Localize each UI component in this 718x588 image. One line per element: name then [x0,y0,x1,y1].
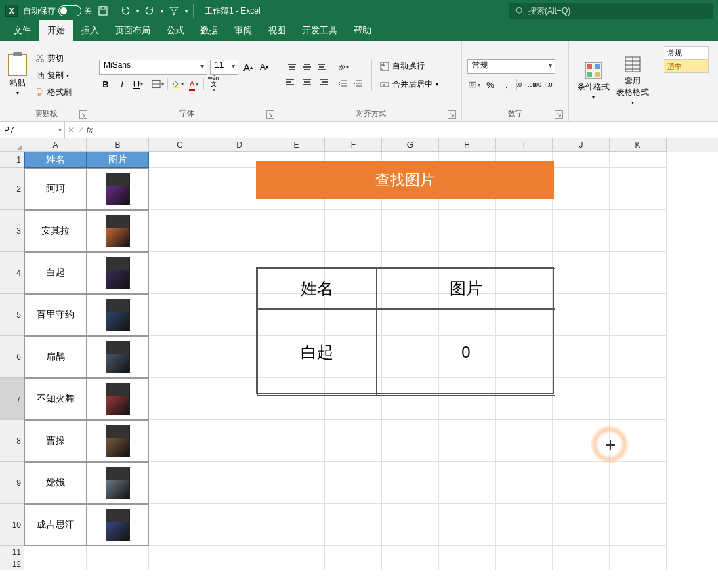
name-box[interactable]: P7 [0,122,65,138]
data-pic-4[interactable] [87,336,149,378]
cell-F11[interactable] [325,546,382,558]
cell-H3[interactable] [439,210,496,252]
font-color-button[interactable]: A [187,77,200,91]
format-painter-button[interactable]: 格式刷 [34,85,73,100]
cell-H12[interactable] [439,558,496,570]
align-top-button[interactable] [286,61,298,73]
cell-F10[interactable] [325,504,382,546]
col-header-I[interactable]: I [496,138,553,152]
row-header-2[interactable]: 2 [0,168,24,210]
cell-F8[interactable] [325,420,382,462]
cell-D3[interactable] [211,210,268,252]
cell-J7[interactable] [553,378,610,420]
cell-B11[interactable] [87,546,149,558]
align-middle-button[interactable] [301,61,313,73]
cell-C8[interactable] [149,420,211,462]
cell-D8[interactable] [211,420,268,462]
accounting-format-button[interactable] [467,78,481,91]
cell-A12[interactable] [24,558,87,570]
cell-I8[interactable] [496,420,553,462]
number-format-select[interactable]: 常规 [467,59,555,74]
menu-开发工具[interactable]: 开发工具 [294,20,345,41]
cell-K9[interactable] [610,462,667,504]
data-pic-0[interactable] [87,168,149,210]
cell-K3[interactable] [610,210,667,252]
cell-J11[interactable] [553,546,610,558]
cell-D12[interactable] [211,558,268,570]
save-icon[interactable] [98,5,108,16]
menu-文件[interactable]: 文件 [5,20,39,41]
row-header-4[interactable]: 4 [0,252,24,294]
cell-C9[interactable] [149,462,211,504]
align-right-button[interactable] [316,76,328,88]
cell-B12[interactable] [87,558,149,570]
cell-I11[interactable] [496,546,553,558]
cell-F12[interactable] [325,558,382,570]
col-header-B[interactable]: B [87,138,149,152]
data-pic-6[interactable] [87,420,149,462]
dialog-launcher-icon[interactable]: ↘ [266,110,274,119]
cell-K4[interactable] [610,252,667,294]
cell-J4[interactable] [553,252,610,294]
cell-K7[interactable] [610,378,667,420]
cell-C4[interactable] [149,252,211,294]
comma-button[interactable]: , [500,78,513,91]
paste-button[interactable]: 粘贴 ▾ [5,53,30,98]
data-name-2[interactable]: 白起 [24,252,87,294]
cell-J5[interactable] [553,294,610,336]
col-header-D[interactable]: D [211,138,268,152]
percent-button[interactable]: % [484,78,497,91]
cell-G9[interactable] [382,462,439,504]
data-name-3[interactable]: 百里守约 [24,294,87,336]
cell-D11[interactable] [211,546,268,558]
col-header-H[interactable]: H [439,138,496,152]
cell-F9[interactable] [325,462,382,504]
cancel-fx-icon[interactable]: ✕ [68,125,75,135]
undo-icon[interactable] [120,5,131,16]
border-button[interactable] [151,77,165,91]
cell-E3[interactable] [268,210,325,252]
cell-G3[interactable] [382,210,439,252]
wrap-text-button[interactable]: abc 自动换行 [379,59,440,73]
decrease-font-button[interactable]: A▾ [257,60,271,74]
data-name-0[interactable]: 阿珂 [24,168,87,210]
fill-color-button[interactable] [171,77,184,91]
decrease-decimal-button[interactable]: .00→.0 [536,78,549,91]
cell-K1[interactable] [610,152,667,168]
underline-button[interactable]: U [131,77,145,91]
cell-C10[interactable] [149,504,211,546]
cell-K5[interactable] [610,294,667,336]
data-pic-5[interactable] [87,378,149,420]
cell-F3[interactable] [325,210,382,252]
search-image-button[interactable]: 查找图片 [256,161,554,199]
cell-H8[interactable] [439,420,496,462]
increase-indent-button[interactable] [351,77,364,90]
dialog-launcher-icon[interactable]: ↘ [79,110,87,119]
cut-button[interactable]: 剪切 [34,51,73,66]
filter-icon[interactable] [169,5,180,16]
col-header-A[interactable]: A [24,138,87,152]
filter-dropdown-icon[interactable]: ▾ [185,8,188,14]
menu-帮助[interactable]: 帮助 [345,20,379,41]
cell-E12[interactable] [268,558,325,570]
cell-A11[interactable] [24,546,87,558]
align-bottom-button[interactable] [316,61,328,73]
autosave-toggle[interactable]: 自动保存 关 [23,5,92,17]
cell-E10[interactable] [268,504,325,546]
dialog-launcher-icon[interactable]: ↘ [555,110,563,119]
menu-开始[interactable]: 开始 [39,20,73,41]
align-left-button[interactable] [286,76,298,88]
col-header-C[interactable]: C [149,138,211,152]
menu-审阅[interactable]: 审阅 [226,20,260,41]
enter-fx-icon[interactable]: ✓ [77,125,84,135]
cell-G8[interactable] [382,420,439,462]
cell-K11[interactable] [610,546,667,558]
cell-C12[interactable] [149,558,211,570]
cell-K10[interactable] [610,504,667,546]
col-header-G[interactable]: G [382,138,439,152]
col-header-K[interactable]: K [610,138,667,152]
decrease-indent-button[interactable] [336,77,350,90]
format-as-table-button[interactable]: 套用 表格格式 ▾ [614,54,652,107]
data-pic-2[interactable] [87,252,149,294]
select-all-button[interactable] [0,138,24,152]
